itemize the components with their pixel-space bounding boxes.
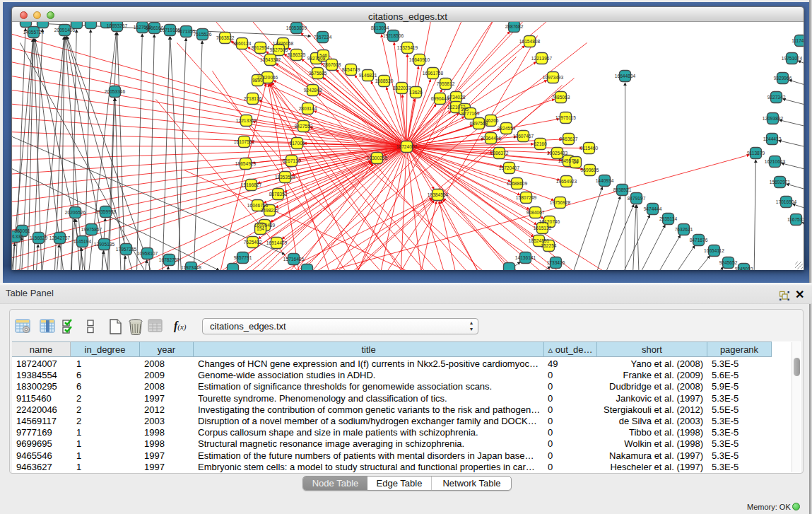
svg-text:9242848: 9242848 <box>304 88 322 93</box>
svg-text:16210643: 16210643 <box>765 159 786 164</box>
svg-text:9474444: 9474444 <box>644 206 662 211</box>
svg-text:12905135: 12905135 <box>94 242 115 247</box>
svg-text:20364436: 20364436 <box>481 136 502 141</box>
svg-text:16120746: 16120746 <box>539 219 560 224</box>
svg-text:04: 04 <box>573 160 579 165</box>
svg-text:7886372: 7886372 <box>490 151 509 156</box>
svg-text:11353594: 11353594 <box>275 175 295 180</box>
svg-text:9227342: 9227342 <box>767 95 786 100</box>
svg-text:10688609: 10688609 <box>507 181 528 186</box>
svg-text:13226058: 13226058 <box>273 41 294 46</box>
svg-text:9860124: 9860124 <box>233 41 252 46</box>
svg-text:1588520: 1588520 <box>375 78 394 83</box>
svg-text:8454749: 8454749 <box>342 67 360 72</box>
svg-text:19975867: 19975867 <box>81 227 102 232</box>
svg-text:11923448: 11923448 <box>181 265 201 270</box>
svg-text:9245652: 9245652 <box>719 260 738 265</box>
svg-text:2887682: 2887682 <box>505 24 524 29</box>
svg-text:3675685: 3675685 <box>309 71 327 76</box>
svg-text:15807249: 15807249 <box>516 195 537 200</box>
svg-text:3824554: 3824554 <box>498 126 516 131</box>
svg-text:12093832: 12093832 <box>763 116 784 121</box>
svg-text:18724007: 18724007 <box>396 144 418 149</box>
svg-text:20053346: 20053346 <box>105 89 126 94</box>
svg-text:2935114: 2935114 <box>659 216 678 221</box>
svg-text:6897568: 6897568 <box>470 121 488 126</box>
svg-text:817006: 817006 <box>289 141 305 146</box>
svg-text:20206526: 20206526 <box>65 210 86 215</box>
svg-text:8186325: 8186325 <box>288 52 306 57</box>
svg-text:9777169: 9777169 <box>461 111 480 116</box>
svg-text:18300295: 18300295 <box>367 156 388 160</box>
svg-text:546: 546 <box>319 53 327 58</box>
svg-text:9113879: 9113879 <box>747 151 765 156</box>
svg-text:1440934: 1440934 <box>596 178 614 183</box>
svg-text:9463627: 9463627 <box>560 136 578 141</box>
svg-text:12942737: 12942737 <box>49 235 71 240</box>
svg-text:12975115: 12975115 <box>555 115 576 120</box>
svg-text:9699695: 9699695 <box>581 168 599 173</box>
svg-text:8878352: 8878352 <box>269 192 288 197</box>
svg-text:18524851: 18524851 <box>529 238 550 243</box>
svg-text:15716485: 15716485 <box>283 257 305 262</box>
svg-text:9857791: 9857791 <box>234 255 252 260</box>
svg-text:16154808: 16154808 <box>519 39 541 44</box>
svg-text:10654112: 10654112 <box>704 248 724 253</box>
svg-text:8813054: 8813054 <box>371 25 389 30</box>
svg-text:9245093: 9245093 <box>735 267 753 270</box>
svg-text:2803144: 2803144 <box>299 106 317 111</box>
svg-text:7357224: 7357224 <box>314 35 332 40</box>
svg-text:9115460: 9115460 <box>580 146 599 151</box>
svg-text:9327505: 9327505 <box>270 47 288 52</box>
svg-text:19218506: 19218506 <box>383 33 404 38</box>
svg-text:17957225: 17957225 <box>116 247 137 252</box>
svg-text:10973493: 10973493 <box>543 75 564 80</box>
svg-text:7955812: 7955812 <box>437 81 455 86</box>
svg-text:1156829: 1156829 <box>30 235 48 240</box>
svg-text:7663822: 7663822 <box>216 35 235 40</box>
svg-text:1145194: 1145194 <box>73 239 92 244</box>
svg-text:14136141: 14136141 <box>515 255 536 260</box>
svg-text:14055724: 14055724 <box>23 30 45 35</box>
svg-text:1615132: 1615132 <box>534 226 552 230</box>
svg-text:1733426: 1733426 <box>547 260 565 265</box>
svg-text:8938921: 8938921 <box>613 187 632 192</box>
svg-text:885061: 885061 <box>14 228 30 233</box>
svg-text:7625402: 7625402 <box>244 240 262 245</box>
svg-text:15720407: 15720407 <box>499 165 520 170</box>
svg-text:12213967: 12213967 <box>531 56 553 61</box>
svg-text:9084067: 9084067 <box>526 210 545 215</box>
svg-text:3498222: 3498222 <box>261 208 279 213</box>
svg-text:16914479: 16914479 <box>266 240 288 245</box>
svg-text:19654923: 19654923 <box>556 179 577 184</box>
svg-text:2867608: 2867608 <box>323 62 341 67</box>
svg-text:2718176: 2718176 <box>244 96 262 101</box>
svg-text:10653267: 10653267 <box>107 23 128 28</box>
svg-text:8471676: 8471676 <box>690 238 708 243</box>
svg-text:10607467: 10607467 <box>513 134 534 139</box>
svg-text:8267130: 8267130 <box>283 158 301 163</box>
svg-text:16053809: 16053809 <box>286 25 307 30</box>
svg-text:13626: 13626 <box>409 90 423 95</box>
svg-text:10958107: 10958107 <box>137 251 158 256</box>
svg-text:7632621: 7632621 <box>675 227 693 232</box>
svg-text:19384554: 19384554 <box>428 192 449 197</box>
svg-text:9146821: 9146821 <box>359 73 377 78</box>
svg-text:8479197: 8479197 <box>628 196 646 201</box>
svg-text:9329966: 9329966 <box>774 76 792 81</box>
svg-text:154: 154 <box>257 226 264 231</box>
svg-text:9890: 9890 <box>252 78 263 83</box>
svg-text:16782759: 16782759 <box>159 257 180 262</box>
svg-text:12213369: 12213369 <box>236 118 257 123</box>
svg-text:10025433: 10025433 <box>547 151 568 156</box>
svg-text:62160: 62160 <box>534 141 547 146</box>
svg-text:8912954: 8912954 <box>252 45 270 50</box>
svg-text:7485063: 7485063 <box>552 95 570 100</box>
svg-text:8427552: 8427552 <box>295 124 313 129</box>
svg-text:19756928: 19756928 <box>550 200 571 205</box>
svg-text:20091406: 20091406 <box>54 28 76 33</box>
svg-text:7515526: 7515526 <box>194 32 212 37</box>
svg-text:17016504: 17016504 <box>776 199 797 204</box>
svg-text:6734028: 6734028 <box>447 95 466 100</box>
svg-text:8322037: 8322037 <box>393 86 411 90</box>
